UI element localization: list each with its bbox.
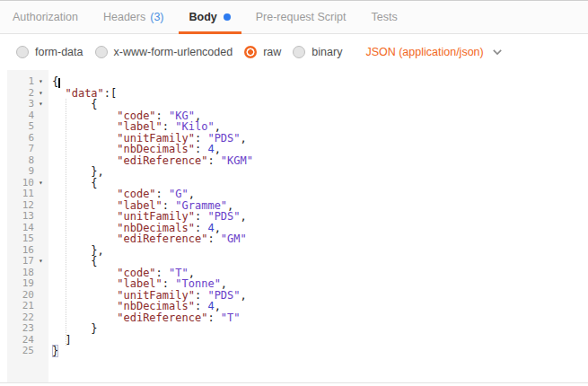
fold-toggle-icon[interactable]: ▾: [34, 178, 48, 189]
radio-label: form-data: [35, 46, 83, 58]
gutter-row: 25: [7, 346, 48, 357]
code-line[interactable]: ]: [52, 335, 588, 347]
tab-label: Authorization: [13, 11, 78, 23]
code-line[interactable]: "data":[: [52, 88, 588, 100]
gutter-row: 7: [7, 144, 48, 155]
gutter-row: 21: [7, 301, 48, 312]
matched-bracket: }: [52, 345, 58, 357]
tab-authorization[interactable]: Authorization: [2, 1, 89, 33]
line-number: 11: [7, 189, 34, 200]
radio-x-www-form-urlencoded[interactable]: x-www-form-urlencoded: [95, 46, 233, 58]
code-line[interactable]: },: [52, 245, 588, 257]
tab-label: Tests: [371, 11, 397, 23]
request-editor-panel: { "tabs": { "items": [ {"label": "Author…: [0, 0, 588, 386]
line-number: 5: [7, 121, 34, 133]
body-edited-dot-icon: [224, 13, 231, 21]
radio-form-data[interactable]: form-data: [16, 46, 83, 58]
gutter-row: 23: [7, 323, 48, 335]
gutter-row: 1▾: [7, 76, 48, 88]
tab-label: Pre-request Script: [256, 11, 347, 23]
radio-circle-icon: [95, 46, 108, 58]
tab-pre-request-script[interactable]: Pre-request Script: [245, 1, 357, 33]
code-line[interactable]: "ediReference": "T": [52, 312, 588, 324]
content-type-selector[interactable]: JSON (application/json): [365, 46, 503, 58]
line-number: 25: [7, 346, 34, 357]
code-line[interactable]: },: [52, 166, 588, 178]
gutter-row: 19: [7, 278, 48, 290]
indent-guide: [66, 99, 66, 346]
content-type-label: JSON (application/json): [365, 46, 483, 58]
radio-label: raw: [263, 46, 281, 58]
code-editor[interactable]: 1▾2▾3▾45678910▾11121314151617▾1819202122…: [0, 70, 588, 383]
gutter-row: 15: [7, 233, 48, 245]
code-line[interactable]: "ediReference": "KGM": [52, 155, 588, 167]
gutter-row: 17▾: [7, 256, 48, 268]
fold-toggle-icon[interactable]: ▾: [34, 88, 48, 100]
code-line[interactable]: }: [52, 346, 588, 357]
fold-toggle-icon[interactable]: ▾: [34, 256, 48, 268]
active-tab-underline: [179, 31, 241, 34]
line-number: 7: [7, 144, 34, 155]
radio-circle-icon: [293, 46, 305, 58]
line-number: 9: [7, 166, 34, 178]
line-number: 17: [7, 256, 34, 268]
body-type-options: form-datax-www-form-urlencodedrawbinary: [16, 46, 354, 58]
tab-body[interactable]: Body: [179, 1, 241, 33]
radio-circle-icon: [16, 46, 29, 58]
gutter-row: 5: [7, 121, 48, 133]
chevron-down-icon: [491, 46, 504, 58]
tab-label: Headers: [103, 11, 145, 23]
tab-label: Body: [189, 11, 217, 23]
code-line[interactable]: }: [52, 323, 588, 335]
editor-code[interactable]: { "data":[ { "code": "KG", "label": "Kil…: [48, 70, 588, 382]
fold-toggle-icon[interactable]: ▾: [34, 99, 48, 110]
gutter-row: 13: [7, 211, 48, 223]
tab-tests[interactable]: Tests: [360, 1, 408, 33]
line-number: 13: [7, 211, 34, 223]
radio-label: x-www-form-urlencoded: [114, 46, 233, 58]
line-number: 23: [7, 323, 34, 335]
gutter-row: 9: [7, 166, 48, 178]
request-tabs: AuthorizationHeaders(3)BodyPre-request S…: [0, 1, 588, 34]
line-number: 1: [7, 76, 34, 88]
line-number: 15: [7, 233, 34, 245]
radio-label: binary: [312, 46, 342, 58]
line-number: 21: [7, 301, 34, 312]
line-number: 19: [7, 278, 34, 290]
radio-binary[interactable]: binary: [293, 46, 342, 58]
line-number: 3: [7, 99, 34, 110]
gutter-row: 11: [7, 189, 48, 200]
gutter-row: 3▾: [7, 99, 48, 110]
fold-toggle-icon[interactable]: ▾: [34, 76, 48, 88]
editor-gutter: 1▾2▾3▾45678910▾11121314151617▾1819202122…: [7, 70, 48, 382]
code-line[interactable]: {: [52, 76, 588, 88]
headers-count-badge: (3): [150, 11, 163, 23]
radio-raw[interactable]: raw: [244, 46, 281, 58]
radio-circle-icon: [244, 46, 257, 58]
body-type-bar: form-datax-www-form-urlencodedrawbinary …: [0, 34, 588, 70]
code-line[interactable]: "ediReference": "GM": [52, 233, 588, 245]
tab-headers[interactable]: Headers(3): [92, 1, 175, 33]
